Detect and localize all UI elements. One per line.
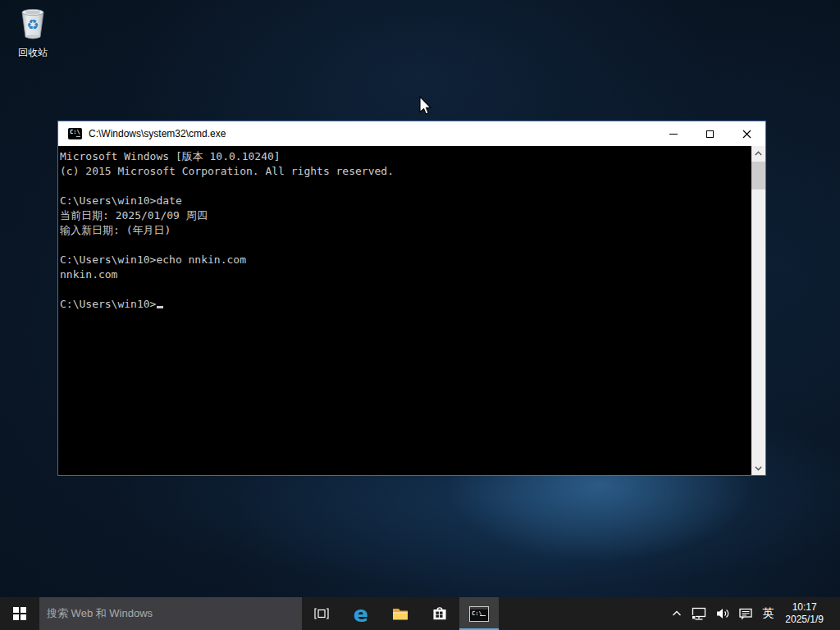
terminal-line xyxy=(60,238,751,253)
terminal-line: C:\Users\win10> xyxy=(60,297,751,312)
terminal-line xyxy=(60,179,751,194)
taskbar-search[interactable]: 搜索 Web 和 Windows xyxy=(39,597,302,630)
chevron-down-icon xyxy=(755,466,762,471)
taskbar-clock[interactable]: 10:17 2025/1/9 xyxy=(778,601,827,626)
task-view-button[interactable] xyxy=(302,597,341,630)
store-icon xyxy=(431,605,448,622)
svg-text:♻: ♻ xyxy=(26,16,39,33)
mouse-cursor xyxy=(415,94,433,117)
edge-button[interactable]: e xyxy=(341,597,381,630)
start-button[interactable] xyxy=(0,597,39,630)
maximize-button[interactable] xyxy=(692,121,728,146)
terminal-output[interactable]: Microsoft Windows [版本 10.0.10240](c) 201… xyxy=(60,149,751,475)
cmd-taskbar-icon: C:\ xyxy=(469,606,489,622)
store-button[interactable] xyxy=(420,597,459,630)
action-center-icon[interactable] xyxy=(734,597,757,630)
taskbar: 搜索 Web 和 Windows e C:\ xyxy=(0,597,840,630)
terminal-cursor xyxy=(157,306,163,308)
search-placeholder: 搜索 Web 和 Windows xyxy=(47,606,153,621)
window-title: C:\Windows\system32\cmd.exe xyxy=(89,128,226,139)
terminal-line: 输入新日期: (年月日) xyxy=(60,223,751,238)
terminal-line: (c) 2015 Microsoft Corporation. All righ… xyxy=(60,164,751,179)
network-icon[interactable] xyxy=(687,597,711,630)
task-view-icon xyxy=(314,607,329,620)
ime-indicator[interactable]: 英 xyxy=(757,597,778,630)
cmd-titlebar[interactable]: C:\ C:\Windows\system32\cmd.exe xyxy=(58,121,765,146)
action-center-bubble-icon xyxy=(738,607,753,621)
recycle-bin-icon: ♻ xyxy=(16,7,49,41)
terminal-line: C:\Users\win10>echo nnkin.com xyxy=(60,253,751,267)
volume-icon[interactable] xyxy=(711,597,734,630)
cmd-window: C:\ C:\Windows\system32\cmd.exe Microsof… xyxy=(57,121,766,476)
recycle-bin[interactable]: ♻ 回收站 xyxy=(10,7,56,60)
clock-time: 10:17 xyxy=(785,601,824,614)
close-button[interactable] xyxy=(728,121,765,146)
speaker-icon xyxy=(715,607,730,620)
terminal-line xyxy=(60,282,751,297)
scrollbar-thumb[interactable] xyxy=(751,162,765,189)
close-icon xyxy=(742,130,751,139)
terminal-line: Microsoft Windows [版本 10.0.10240] xyxy=(60,149,751,164)
minimize-button[interactable] xyxy=(655,121,692,146)
file-explorer-icon xyxy=(392,607,409,621)
chevron-up-icon xyxy=(755,151,762,156)
tray-expand-button[interactable] xyxy=(667,597,687,630)
recycle-bin-label: 回收站 xyxy=(10,46,56,60)
chevron-up-tray-icon xyxy=(671,608,682,619)
windows-logo-icon xyxy=(13,607,26,620)
file-explorer-button[interactable] xyxy=(381,597,420,630)
clock-date: 2025/1/9 xyxy=(785,614,824,626)
terminal-line: C:\Users\win10>date xyxy=(60,194,751,208)
scroll-up-button[interactable] xyxy=(751,146,765,160)
cmd-icon: C:\ xyxy=(68,128,82,139)
edge-icon: e xyxy=(354,603,368,625)
minimize-icon xyxy=(669,134,678,135)
terminal-scrollbar[interactable] xyxy=(751,146,765,475)
terminal-line: 当前日期: 2025/01/09 周四 xyxy=(60,208,751,223)
scroll-down-button[interactable] xyxy=(751,461,765,475)
terminal-line: nnkin.com xyxy=(60,267,751,282)
network-monitor-icon xyxy=(691,607,707,621)
cmd-taskbar-button[interactable]: C:\ xyxy=(459,597,499,630)
maximize-icon xyxy=(706,130,714,138)
